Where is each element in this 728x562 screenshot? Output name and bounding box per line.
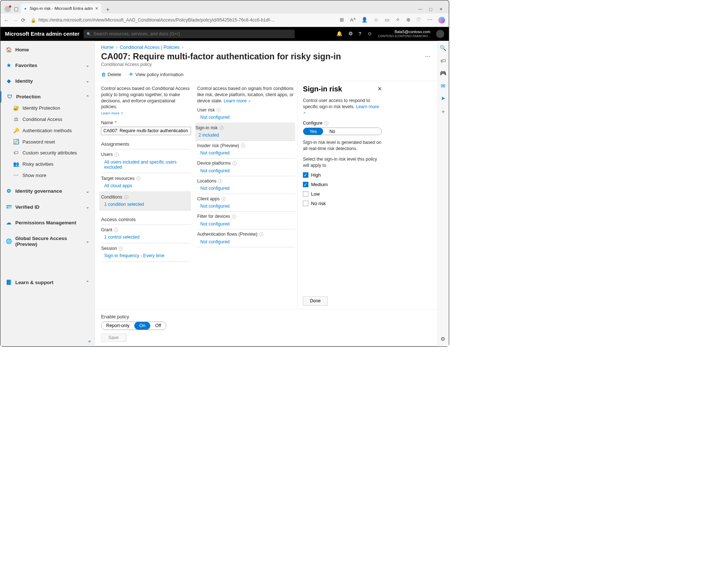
profile-icons[interactable]: 👤 [361,17,368,24]
nav-verified-id[interactable]: 🪪Verified ID⌄ [0,201,95,213]
games-icon[interactable]: 🎮 [440,70,447,76]
info-icon[interactable]: i [217,108,221,112]
info-icon[interactable]: i [124,195,128,199]
toggle-on[interactable]: On [134,322,150,330]
window-minimize-icon[interactable]: — [418,7,422,12]
url-box[interactable]: 🔒 https://entra.microsoft.com/#view/Micr… [29,17,336,23]
grant-field[interactable]: Grant i 1 control selected [101,224,191,243]
nav-password-reset[interactable]: 🔄Password reset [0,136,95,148]
workspaces-icon[interactable]: ▢ [14,6,19,12]
session-value[interactable]: Sign-in frequency - Every time [101,253,191,258]
nav-identity-protection[interactable]: 🔐Identity Protection [0,102,95,114]
configure-toggle[interactable]: Yes No [303,127,382,135]
filter-devices-field[interactable]: Filter for devices i Not configured [197,212,295,229]
signin-risk-value[interactable]: 2 included [195,133,295,138]
save-button[interactable]: Save [101,334,126,342]
add-sidebar-icon[interactable]: ＋ [440,108,446,115]
info-icon[interactable]: i [218,179,222,183]
nav-protection[interactable]: 🛡Protection⌃ [0,91,95,103]
read-aloud-icon[interactable]: Aᴬ [350,17,355,24]
collections-icon[interactable]: ▭ [385,17,389,24]
tab-close-icon[interactable]: ✕ [95,6,98,11]
device-platforms-field[interactable]: Device platforms i Not configured [197,158,295,176]
learn-more-link[interactable]: Learn more ↗ [223,98,250,103]
toggle-off[interactable]: Off [150,322,166,330]
users-field[interactable]: Users i All users included and specific … [101,149,191,173]
nav-home[interactable]: 🏠Home [0,44,95,55]
client-apps-field[interactable]: Client apps i Not configured [197,194,295,212]
favorites-list-icon[interactable]: ✧ [396,17,400,24]
outlook-icon[interactable]: ✉ [441,83,445,89]
nav-auth-methods[interactable]: 🔑Authentication methods [0,125,95,136]
breadcrumb-home[interactable]: Home [101,44,114,50]
copilot-icon[interactable] [438,17,445,24]
target-resources-field[interactable]: Target resources i All cloud apps [101,173,191,192]
app-launcher-icon[interactable]: ⊞ [340,17,344,24]
portal-title[interactable]: Microsoft Entra admin center [5,31,80,37]
info-icon[interactable]: i [115,153,119,157]
feedback-icon[interactable]: ☺ [367,31,372,37]
settings-icon[interactable]: ⚙ [348,31,353,37]
nav-identity[interactable]: ◆Identity⌄ [0,75,95,87]
user-risk-field[interactable]: User risk i Not configured [197,105,295,123]
nav-custom-security[interactable]: 🏷Custom security attributes [0,148,95,159]
policy-name-input[interactable] [101,127,191,135]
info-icon[interactable]: i [232,215,236,219]
enable-policy-toggle[interactable]: Report-only On Off [101,322,166,330]
global-search[interactable]: 🔍 [84,30,295,38]
nav-permissions-mgmt[interactable]: ☁Permissions Management [0,217,95,228]
conditions-value[interactable]: 1 condition selected [101,202,189,207]
users-value[interactable]: All users included and specific users ex… [101,159,191,169]
toggle-report-only[interactable]: Report-only [101,322,134,330]
help-icon[interactable]: ? [359,31,361,37]
nav-show-more[interactable]: ⋯Show more [0,170,95,181]
notifications-icon[interactable]: 🔔 [336,31,343,37]
nav-conditional-access[interactable]: ⚖Conditional Access [0,114,95,125]
info-icon[interactable]: i [114,228,118,232]
checkbox-norisk[interactable]: No risk [303,201,382,206]
send-icon[interactable]: ➤ [441,95,445,102]
user-info[interactable]: BalaS@contoso.com CONTOSO (CONTOSO.ONMIC… [378,30,431,38]
learn-more-link[interactable]: Learn more ↗ [101,111,123,115]
signin-risk-field[interactable]: Sign-in risk i 2 included [195,123,295,141]
info-icon[interactable]: i [233,161,237,165]
breadcrumb-conditional-access[interactable]: Conditional Access | Policies [120,44,180,50]
collapse-nav-icon[interactable]: « [88,338,91,344]
checkbox-medium[interactable]: ✓Medium [303,182,382,187]
sidebar-settings-icon[interactable]: ⚙ [440,336,446,342]
user-avatar-icon[interactable] [436,30,444,38]
nav-global-secure-access[interactable]: 🌐Global Secure Access (Preview)⌄ [0,233,95,250]
nav-favorites[interactable]: ★Favorites⌄ [0,60,95,71]
grant-value[interactable]: 1 control selected [101,235,191,240]
info-icon[interactable]: i [241,144,245,148]
conditions-field[interactable]: Conditions i 1 condition selected [99,192,191,210]
nav-risky-activities[interactable]: 👥Risky activities [0,159,95,170]
delete-button[interactable]: 🗑Delete [101,72,121,77]
performance-icon[interactable]: ♡ [416,17,421,24]
browser-tab[interactable]: ◆ Sign-in risk - Microsoft Entra adm ✕ [20,3,102,13]
checkbox-high[interactable]: ✓High [303,172,382,178]
toggle-yes[interactable]: Yes [303,128,323,135]
info-icon[interactable]: i [324,121,328,125]
locations-field[interactable]: Locations i Not configured [197,176,295,194]
insider-risk-field[interactable]: Insider risk (Preview) i Not configured [197,141,295,158]
info-icon[interactable]: i [136,176,140,180]
target-resources-value[interactable]: All cloud apps [101,183,191,188]
nav-identity-governance[interactable]: ⚙Identity governance⌄ [0,186,95,197]
more-actions-icon[interactable]: ⋯ [425,53,431,60]
toggle-no[interactable]: No [323,128,341,135]
info-icon[interactable]: i [221,197,225,201]
view-policy-info-button[interactable]: 👁View policy information [129,72,183,77]
more-icon[interactable]: ⋯ [427,17,432,24]
window-close-icon[interactable]: ✕ [439,7,443,12]
nav-learn-support[interactable]: 📘Learn & support⌃ [0,277,95,288]
checkbox-low[interactable]: Low [303,191,382,197]
session-field[interactable]: Session i Sign-in frequency - Every time [101,243,191,262]
extensions-icon[interactable]: ⊕ [406,17,410,24]
info-icon[interactable]: i [259,232,263,236]
done-button[interactable]: Done [303,296,328,306]
new-tab-button[interactable]: ＋ [102,5,114,13]
info-icon[interactable]: i [219,126,223,130]
close-icon[interactable]: ✕ [377,86,382,92]
nav-refresh-icon[interactable]: ⟳ [21,17,25,23]
